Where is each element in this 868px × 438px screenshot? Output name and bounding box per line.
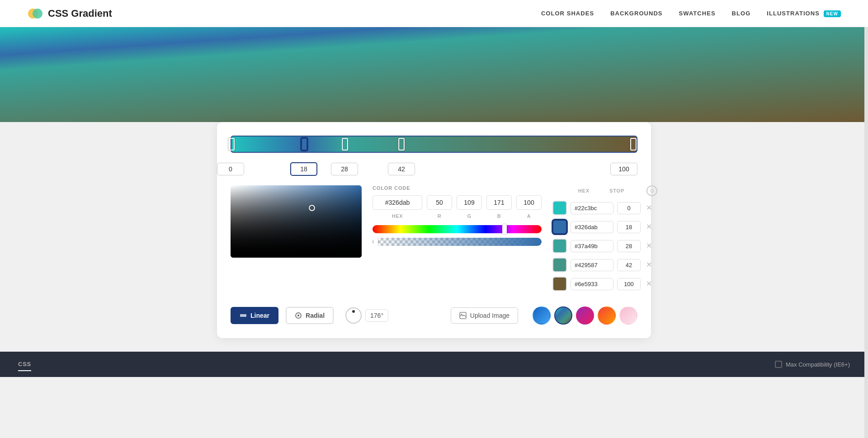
alpha-gradient [373, 238, 542, 246]
stop-pos-100: 100 [610, 163, 637, 175]
stop-swatch-1[interactable] [552, 201, 567, 215]
bottom-controls: Linear Radial 176° [231, 306, 637, 325]
stop-pos-input-0[interactable]: 0 [217, 163, 244, 175]
stop-num-4[interactable] [617, 259, 641, 271]
max-compat-label: Max Compatibility (IE6+) [786, 361, 850, 368]
preset-swatch-1[interactable] [533, 306, 551, 325]
stop-swatch-4[interactable] [552, 258, 567, 272]
nav-color-shades[interactable]: COLOR SHADES [541, 10, 594, 17]
color-inputs-row: #326dab 50 109 171 100 [373, 195, 542, 210]
stop-num-2[interactable] [617, 221, 641, 233]
color-picker-area [231, 185, 362, 296]
label-g: G [457, 213, 482, 219]
stop-handle-42[interactable] [398, 138, 405, 151]
color-picker-canvas[interactable] [231, 185, 362, 258]
radial-button[interactable]: Radial [286, 307, 334, 324]
stop-num-5[interactable] [617, 278, 641, 290]
stop-row-3: ✕ [552, 239, 670, 253]
label-r: R [427, 213, 452, 219]
linear-icon [240, 312, 247, 319]
radial-icon [295, 312, 302, 319]
logo-link[interactable]: CSS Gradient [27, 5, 112, 22]
color-b-input[interactable]: 171 [486, 195, 512, 210]
stop-pos-18: 18 [290, 162, 317, 176]
stops-header: HEX STOP ○ [552, 185, 670, 196]
nav-illustrations[interactable]: ILLUSTRATIONS NEW [767, 10, 841, 17]
max-compat-checkbox[interactable] [775, 361, 782, 368]
stop-delete-1[interactable]: ✕ [644, 203, 654, 212]
hue-slider-container [373, 225, 542, 233]
stop-hex-3[interactable] [571, 240, 613, 252]
stops-panel: HEX STOP ○ ✕ ✕ [552, 185, 670, 296]
stop-row-4: ✕ [552, 258, 670, 272]
linear-button[interactable]: Linear [231, 307, 278, 324]
stop-pos-0: 0 [217, 163, 244, 175]
color-hex-input[interactable]: #326dab [373, 195, 422, 210]
stop-num-1[interactable] [617, 202, 641, 214]
logo-text: CSS Gradient [48, 8, 112, 19]
color-a-input[interactable]: 100 [516, 195, 542, 210]
stop-hex-1[interactable] [571, 202, 613, 214]
max-compat-row: Max Compatibility (IE6+) [775, 361, 850, 368]
stop-pos-input-28[interactable]: 28 [331, 163, 358, 175]
preset-swatches [533, 306, 637, 325]
stop-handle-18[interactable] [301, 138, 307, 151]
stop-swatch-2[interactable] [552, 220, 567, 234]
svg-point-4 [297, 315, 299, 316]
preset-swatch-3[interactable] [576, 306, 594, 325]
stop-handle-0[interactable] [228, 138, 235, 151]
header: CSS Gradient COLOR SHADES BACKGROUNDS SW… [0, 0, 868, 27]
label-hex: HEX [373, 213, 422, 219]
stop-delete-5[interactable]: ✕ [644, 279, 654, 288]
stop-swatch-3[interactable] [552, 239, 567, 253]
scrollbar[interactable] [864, 0, 868, 438]
stop-pos-input-18[interactable]: 18 [290, 162, 317, 176]
stop-hex-5[interactable] [571, 278, 613, 290]
color-r-input[interactable]: 50 [427, 195, 452, 210]
picker-cursor [309, 205, 315, 211]
stop-pos-input-42[interactable]: 42 [388, 163, 415, 175]
preset-swatch-4[interactable] [598, 306, 616, 325]
stop-hex-4[interactable] [571, 259, 613, 271]
css-tab[interactable]: CSS [18, 358, 31, 371]
logo-icon [27, 5, 43, 22]
stop-swatch-5[interactable] [552, 277, 567, 291]
stop-delete-4[interactable]: ✕ [644, 260, 654, 269]
nav-backgrounds[interactable]: BACKGROUNDS [610, 10, 662, 17]
stop-delete-2[interactable]: ✕ [644, 222, 654, 231]
upload-icon [459, 312, 467, 319]
add-stop-button[interactable]: ○ [646, 185, 657, 196]
hue-thumb [502, 224, 507, 234]
hero-gradient-preview [0, 27, 868, 122]
stop-positions-row: 0 18 28 42 100 [231, 161, 637, 177]
preset-swatch-5[interactable] [619, 306, 637, 325]
gradient-bar[interactable] [231, 136, 637, 153]
hue-slider[interactable] [373, 225, 542, 233]
angle-dot [352, 310, 355, 313]
stop-handle-100[interactable] [630, 138, 637, 151]
nav-blog[interactable]: BLOG [732, 10, 751, 17]
color-input-labels: HEX R G B A [373, 213, 542, 219]
stop-hex-2[interactable] [571, 221, 613, 233]
nav-swatches[interactable]: SWATCHES [679, 10, 716, 17]
tool-card: 0 18 28 42 100 [217, 122, 651, 338]
stops-header-stop-label: STOP [609, 188, 624, 193]
svg-rect-2 [240, 314, 246, 317]
gradient-bar-container [231, 136, 637, 153]
stop-handle-28[interactable] [342, 138, 348, 151]
stop-pos-input-100[interactable]: 100 [610, 163, 637, 175]
stop-num-3[interactable] [617, 240, 641, 252]
stops-header-hex-label: HEX [578, 188, 590, 193]
stop-delete-3[interactable]: ✕ [644, 241, 654, 250]
color-g-input[interactable]: 109 [457, 195, 482, 210]
preset-swatch-2[interactable] [554, 306, 572, 325]
tool-area: 0 18 28 42 100 [0, 122, 868, 352]
alpha-slider[interactable] [373, 238, 542, 246]
color-code-panel: COLOR CODE #326dab 50 109 171 100 HEX R … [373, 185, 542, 296]
color-code-label: COLOR CODE [373, 185, 542, 191]
upload-image-button[interactable]: Upload Image [451, 307, 518, 324]
angle-circle[interactable] [345, 307, 362, 324]
nav: COLOR SHADES BACKGROUNDS SWATCHES BLOG I… [541, 10, 841, 17]
stop-pos-42: 42 [388, 163, 415, 175]
label-a: A [516, 213, 542, 219]
